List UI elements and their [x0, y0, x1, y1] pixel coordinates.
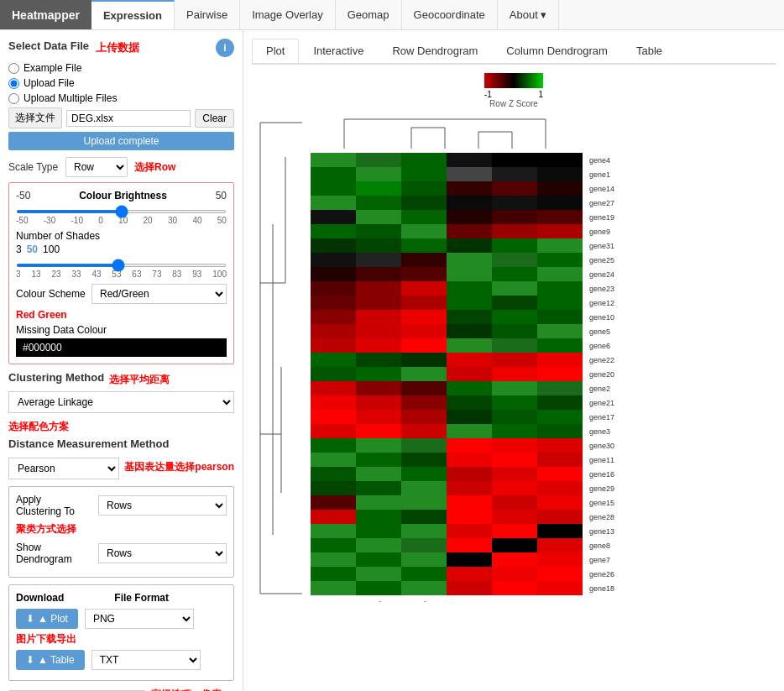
svg-rect-193 [401, 567, 447, 581]
number-of-shades-slider[interactable] [16, 264, 227, 267]
svg-rect-176 [447, 524, 492, 538]
table-download-button[interactable]: ⬇ ▲ Table [16, 650, 85, 670]
svg-rect-92 [447, 324, 492, 338]
tab-column-dendrogram[interactable]: Column Dendrogram [492, 39, 622, 63]
file-select-row: 选择文件 DEG.xlsx Clear [8, 107, 234, 128]
svg-rect-88 [537, 310, 583, 324]
svg-rect-135 [492, 424, 537, 438]
radio-example-file: Example File [8, 62, 234, 74]
svg-rect-37 [401, 196, 447, 210]
clustering-method-select[interactable]: Average Linkage Complete Linkage Single … [8, 391, 234, 413]
svg-rect-51 [492, 224, 537, 238]
missing-colour-swatch[interactable]: #000000 [16, 338, 227, 357]
nav-geocoordinate[interactable]: Geocoordinate [402, 0, 498, 29]
svg-text:gene21: gene21 [589, 399, 614, 407]
svg-rect-200 [447, 581, 492, 595]
download-annotation: 图片下载导出 [16, 632, 227, 647]
radio-upload-multiple-input[interactable] [8, 93, 19, 104]
svg-rect-26 [447, 167, 492, 181]
show-dendrogram-select[interactable]: Rows Columns Both None [98, 543, 227, 563]
svg-rect-97 [401, 338, 447, 353]
svg-rect-54 [356, 238, 401, 253]
svg-rect-31 [401, 181, 447, 196]
tab-table[interactable]: Table [622, 39, 677, 63]
radio-upload-file: Upload File [8, 77, 234, 89]
svg-rect-130 [537, 410, 583, 424]
plot-format-select[interactable]: PNG PDF SVG [85, 609, 194, 629]
svg-rect-199 [401, 581, 447, 595]
svg-rect-102 [356, 353, 401, 367]
cluster-way-annotation: 聚类方式选择 [16, 522, 227, 537]
nav-about[interactable]: About ▾ [498, 0, 560, 29]
svg-rect-139 [401, 438, 447, 453]
col-dendrogram [344, 119, 546, 149]
colour-scheme-select[interactable]: Red/Green Blue/Red Green/White/Red [91, 284, 227, 304]
svg-rect-175 [401, 524, 447, 538]
select-row-annotation: 选择Row [134, 160, 175, 175]
scale-type-select[interactable]: Row Column None [65, 157, 128, 177]
svg-text:gene29: gene29 [589, 484, 614, 493]
svg-rect-143 [311, 453, 356, 467]
distance-method-select[interactable]: Pearson Euclidean Maximum Canberra [8, 458, 119, 479]
radio-upload-file-input[interactable] [8, 78, 19, 89]
svg-rect-57 [492, 238, 537, 253]
svg-rect-142 [537, 438, 583, 453]
svg-rect-76 [537, 281, 583, 296]
svg-rect-197 [311, 581, 356, 595]
svg-rect-75 [492, 281, 537, 296]
tab-row-dendrogram[interactable]: Row Dendrogram [378, 39, 492, 63]
svg-rect-63 [492, 253, 537, 267]
upload-data-annotation: 上传数据 [96, 40, 139, 55]
legend-color-bar [484, 73, 543, 88]
svg-text:gene3: gene3 [589, 427, 610, 436]
svg-text:gene31: gene31 [589, 242, 614, 250]
svg-rect-145 [401, 453, 447, 467]
choose-file-button[interactable]: 选择文件 [8, 107, 62, 128]
svg-rect-195 [492, 567, 537, 581]
svg-rect-155 [311, 481, 356, 495]
svg-rect-82 [537, 296, 583, 310]
colour-brightness-slider[interactable] [16, 210, 227, 213]
svg-rect-29 [311, 181, 356, 196]
svg-rect-43 [401, 210, 447, 224]
svg-rect-62 [447, 253, 492, 267]
colour-settings-section: -50 Colour Brightness 50 -50 -30 -10 0 1… [8, 182, 234, 364]
plot-download-button[interactable]: ⬇ ▲ Plot [16, 609, 78, 629]
svg-rect-117 [492, 381, 537, 395]
svg-rect-181 [401, 538, 447, 552]
apply-clustering-to-select[interactable]: Rows Columns Both None [98, 495, 227, 516]
svg-rect-140 [447, 438, 492, 453]
svg-rect-151 [401, 467, 447, 481]
nav-geomap[interactable]: Geomap [336, 0, 402, 29]
svg-text:gene10: gene10 [589, 313, 614, 322]
svg-rect-148 [537, 453, 583, 467]
svg-rect-158 [447, 481, 492, 495]
table-format-select[interactable]: TXT CSV [91, 650, 201, 670]
tab-interactive[interactable]: Interactive [299, 39, 378, 63]
svg-rect-83 [311, 310, 356, 324]
svg-rect-58 [537, 238, 583, 253]
nav-expression[interactable]: Expression [91, 0, 175, 29]
svg-text:gene24: gene24 [589, 270, 614, 279]
ns-max-val: 100 [43, 243, 60, 255]
clear-button[interactable]: Clear [195, 109, 234, 128]
svg-text:T1: T1 [461, 601, 474, 602]
svg-rect-30 [356, 181, 401, 196]
svg-rect-125 [311, 410, 356, 424]
svg-rect-104 [447, 353, 492, 367]
nav-image-overlay[interactable]: Image Overlay [240, 0, 336, 29]
svg-rect-99 [492, 338, 537, 353]
radio-example-file-input[interactable] [8, 63, 19, 74]
svg-rect-101 [311, 353, 356, 367]
info-icon[interactable]: i [216, 39, 234, 57]
nav-pairwise[interactable]: Pairwise [175, 0, 240, 29]
tab-plot[interactable]: Plot [252, 39, 299, 63]
cb-min-label: -50 [16, 190, 30, 202]
svg-rect-173 [311, 524, 356, 538]
color-scheme-annotation: 选择配色方案 [8, 420, 234, 434]
radio-example-file-label: Example File [24, 62, 81, 74]
advanced-annotation: 高级选项：像素、长、宽等设置 [151, 688, 234, 691]
svg-rect-183 [492, 538, 537, 552]
svg-rect-120 [356, 395, 401, 410]
svg-text:gene2: gene2 [589, 385, 610, 393]
